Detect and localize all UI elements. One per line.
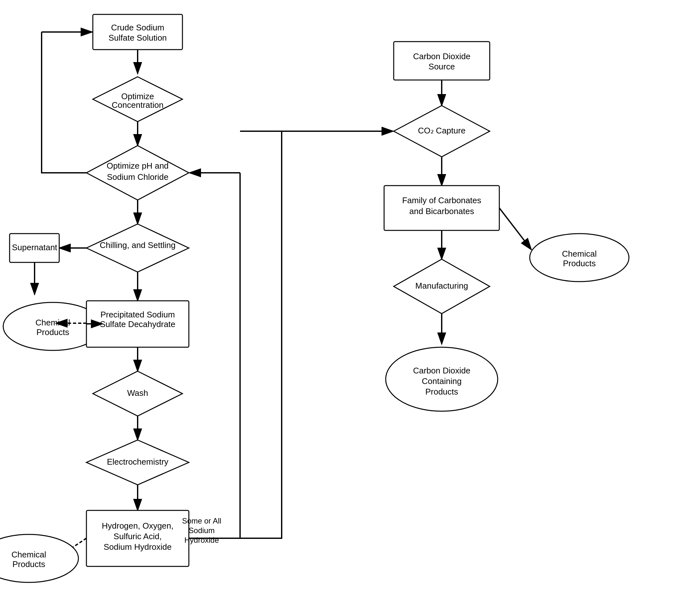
chemical-products-3-label2: Products — [563, 258, 596, 268]
optimize-ph-label: Optimize pH and — [107, 161, 169, 171]
optimize-conc-label: Optimize — [121, 91, 154, 101]
chemical-products-2-label2: Products — [12, 559, 46, 569]
svg-line-20 — [499, 208, 531, 250]
chemical-products-3-label: Chemical — [562, 249, 597, 258]
manufacturing-label: Manufacturing — [415, 281, 468, 291]
chilling-label: Chilling, and Settling — [100, 240, 175, 250]
chemical-products-1-label2: Products — [37, 327, 69, 337]
hydrogen-label2: Sulfuric Acid, — [114, 532, 162, 541]
supernatant-label: Supernatant — [12, 243, 57, 252]
optimize-conc-label2: Concentration — [112, 100, 164, 110]
chemical-products-2-label: Chemical — [11, 550, 46, 559]
crude-sodium-label2: Sulfate Solution — [109, 33, 167, 43]
optimize-ph-label2: Sodium Chloride — [107, 172, 168, 182]
co2-capture-label: CO₂ Capture — [418, 126, 466, 135]
co2-containing-label: Carbon Dioxide — [413, 366, 470, 375]
co2-containing-label3: Products — [426, 387, 458, 396]
hydrogen-label3: Sodium Hydroxide — [104, 542, 172, 552]
co2-containing-label2: Containing — [422, 376, 461, 386]
hydrogen-label: Hydrogen, Oxygen, — [102, 521, 173, 531]
wash-label: Wash — [127, 388, 148, 398]
co2-source-label2: Source — [429, 62, 455, 71]
crude-sodium-label: Crude Sodium — [111, 23, 164, 32]
co2-source-label: Carbon Dioxide — [413, 52, 470, 61]
some-sodium-label3: Hydroxide — [184, 536, 219, 544]
electrochemistry-label: Electrochemistry — [107, 457, 168, 467]
some-sodium-label2: Sodium — [188, 526, 215, 535]
chemical-products-1-label: Chemical — [36, 318, 70, 327]
flowchart-diagram: Crude Sodium Sulfate Solution Optimize C… — [0, 0, 676, 616]
precipitated-label2: Sulfate Decahydrate — [100, 319, 175, 329]
family-carbonates-label: Family of Carbonates — [402, 195, 481, 205]
precipitated-label: Precipitated Sodium — [101, 310, 175, 319]
some-sodium-label: Some or All — [182, 516, 222, 525]
family-carbonates-label2: and Bicarbonates — [409, 206, 474, 216]
